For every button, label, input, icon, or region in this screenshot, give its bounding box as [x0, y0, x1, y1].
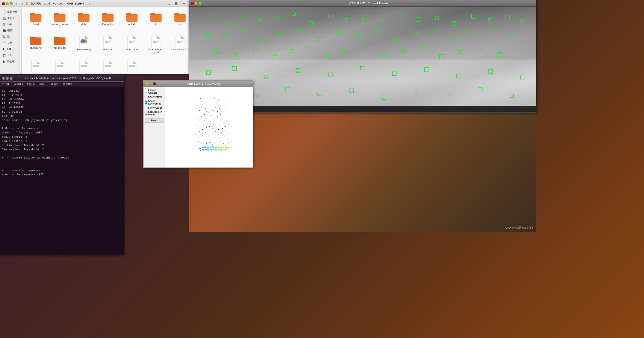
- folder-build-icon: [30, 12, 42, 22]
- terminal-menu-terminal[interactable]: 终端(T): [51, 82, 60, 86]
- sidebar-item-trash[interactable]: 🗑 回收站: [0, 58, 22, 65]
- svg-rect-208: [215, 147, 216, 149]
- folder-data[interactable]: data: [73, 10, 94, 30]
- terminal-content[interactable]: cy: 255.314 k1: 0.262383 k2: -0.953104 k…: [0, 87, 124, 255]
- forward-button[interactable]: ›: [20, 1, 25, 6]
- terminal-menu-edit[interactable]: 编辑(E): [14, 82, 23, 86]
- term-line-blank2: [2, 152, 122, 156]
- menu-button[interactable]: ≡: [181, 1, 187, 7]
- sidebar-item-videos[interactable]: 🎬 视频: [0, 27, 22, 34]
- terminal-menu-search[interactable]: 搜索(S): [38, 82, 48, 86]
- folder-build[interactable]: build: [25, 10, 46, 30]
- file-build-sh[interactable]: build.sh: [97, 34, 119, 55]
- breadcrumb-item-catkin[interactable]: catkin_ws: [44, 2, 56, 5]
- file-keyframe[interactable]: KeyFrameTrajectory.txt: [49, 59, 70, 74]
- svg-point-120: [214, 98, 214, 99]
- sidebar-item-documents[interactable]: 📄 文档: [0, 40, 22, 46]
- term-line-p1: p1: -0.005358: [2, 106, 122, 110]
- maximize-button[interactable]: [10, 2, 13, 5]
- folder-src[interactable]: src: [169, 10, 188, 30]
- breadcrumb-item-src[interactable]: src: [59, 2, 63, 5]
- term-line-p2: p2: 0.002628: [2, 110, 122, 114]
- python-file-icon: [79, 35, 88, 47]
- terminal-menu-view[interactable]: 查看(V): [26, 82, 35, 86]
- svg-point-184: [218, 135, 218, 135]
- breadcrumb-item-current[interactable]: ORB_SLAM2: [66, 2, 86, 5]
- folder-include[interactable]: include: [121, 10, 143, 30]
- show-graph-control[interactable]: Show Graph: [145, 106, 164, 109]
- sidebar-item-recent[interactable]: 🕐 最近使用: [0, 9, 22, 15]
- sidebar-item-downloads-label: 下载: [6, 47, 11, 51]
- folder-lib[interactable]: lib: [145, 10, 167, 30]
- svg-point-143: [217, 117, 218, 117]
- folder-thirdparty-icon: [30, 35, 42, 46]
- folder-cmake[interactable]: cmake_modules: [49, 10, 70, 30]
- folder-examples[interactable]: Examples: [97, 10, 119, 30]
- slam-frame-titlebar: ORB-SLAM2: Current Frame: [189, 0, 536, 7]
- breadcrumb-item-home[interactable]: 主文件夹: [30, 2, 41, 5]
- follow-camera-control[interactable]: Follow Camera: [145, 89, 164, 94]
- terminal-maximize[interactable]: [6, 77, 9, 80]
- sidebar-item-pictures[interactable]: 🖼 图片: [0, 34, 22, 40]
- sidebar-item-downloads[interactable]: ⬇ 下载: [0, 46, 22, 52]
- minimize-button[interactable]: [6, 2, 9, 5]
- svg-point-189: [198, 141, 199, 142]
- svg-point-161: [212, 128, 213, 129]
- show-keyframes-control[interactable]: Show KeyFrames: [145, 100, 164, 105]
- cameratraj-icon: [151, 35, 161, 47]
- svg-point-144: [220, 114, 221, 115]
- sidebar-item-home[interactable]: 🏠 主目录: [0, 15, 22, 21]
- map-minimize-btn[interactable]: [145, 82, 148, 85]
- back-button[interactable]: ‹: [14, 1, 19, 6]
- terminal-close[interactable]: [10, 77, 13, 80]
- map-controls-panel: Follow Camera Show Points Show KeyFrames…: [144, 87, 165, 168]
- svg-point-178: [199, 137, 199, 137]
- map-maximize-btn[interactable]: [149, 82, 152, 85]
- file-build-ros-sh[interactable]: build_ros.sh: [121, 34, 143, 55]
- localisation-mode-control[interactable]: Localisation Mode: [145, 111, 164, 116]
- svg-rect-211: [222, 147, 224, 148]
- show-keyframes-checkbox[interactable]: [145, 101, 148, 104]
- map-reset-button[interactable]: Reset: [145, 118, 164, 123]
- close-button[interactable]: [2, 2, 5, 5]
- terminal-minimize[interactable]: [2, 77, 5, 80]
- svg-rect-213: [228, 147, 229, 149]
- folder-thirdparty[interactable]: Thirdparty: [25, 34, 46, 55]
- show-points-checkbox[interactable]: [145, 96, 148, 98]
- localisation-mode-checkbox[interactable]: [145, 112, 148, 115]
- file-license-gpl[interactable]: License-gpl.txt: [97, 59, 119, 74]
- search-button[interactable]: 🔍: [166, 1, 172, 7]
- slam-minimize-button[interactable]: [194, 2, 198, 5]
- file-readme-label: README.md: [125, 73, 139, 74]
- svg-point-186: [224, 136, 225, 136]
- file-license[interactable]: LICENSE.txt: [73, 59, 94, 74]
- sidebar-item-recent-label: 最近使用: [7, 10, 18, 14]
- svg-point-188: [230, 137, 231, 137]
- folder-vocabulary[interactable]: Vocabulary: [49, 34, 70, 55]
- folder-build-label: build: [33, 23, 38, 26]
- file-dependencies[interactable]: Dependencies.md: [25, 59, 46, 74]
- file-readme[interactable]: README.md: [121, 59, 143, 74]
- show-graph-checkbox[interactable]: [145, 107, 148, 109]
- map-window-controls: [145, 82, 156, 85]
- sidebar-item-music[interactable]: 🎵 音乐: [0, 52, 22, 58]
- terminal-menu-help[interactable]: 帮助(H): [63, 82, 72, 86]
- file-cameratraj[interactable]: CameraTrajectory.txt: [145, 34, 167, 55]
- map-points: [196, 98, 232, 145]
- file-cmakelists[interactable]: CMakeLists.txt: [169, 34, 188, 55]
- term-line-dashes: -----: [2, 164, 122, 168]
- sidebar-item-desktop[interactable]: 🖥 桌面: [0, 21, 22, 27]
- file-associate-py[interactable]: associate.py: [73, 34, 94, 55]
- view-toggle-button[interactable]: ☰: [173, 1, 179, 7]
- svg-rect-224: [226, 149, 227, 150]
- expand-path-button[interactable]: ›: [87, 1, 92, 6]
- follow-camera-checkbox[interactable]: [145, 90, 148, 93]
- svg-point-148: [204, 120, 204, 121]
- slam-close-button[interactable]: [191, 2, 194, 5]
- term-line-images: ages in the sequence: 792: [2, 172, 122, 177]
- terminal-menu-file[interactable]: 文件(F): [2, 82, 10, 86]
- svg-point-185: [221, 138, 222, 138]
- slam-maximize-button[interactable]: [198, 2, 202, 5]
- show-points-control[interactable]: Show Points: [145, 96, 164, 98]
- map-close-btn[interactable]: [153, 82, 156, 85]
